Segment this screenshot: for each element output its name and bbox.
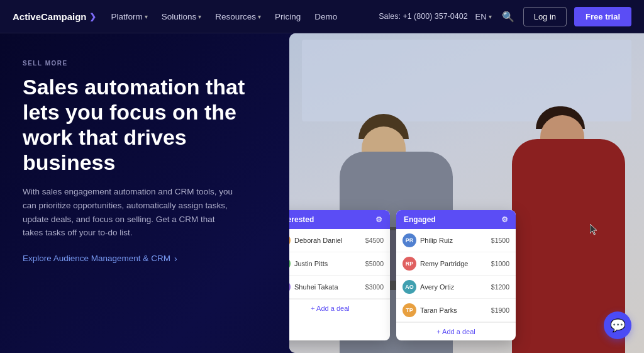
nav-resources-label: Resources [215,12,256,21]
crm-header-interested: Interested ⚙ [289,210,390,229]
nav-pricing[interactable]: Pricing [270,12,306,21]
chevron-down-icon: ▾ [489,13,492,20]
crm-amount: $5000 [365,260,384,267]
avatar: JP [289,257,291,271]
crm-row: ST Shuhei Takata $3000 [289,276,390,299]
crm-amount: $4500 [365,237,384,244]
crm-contact-name: Shuhei Takata [294,283,338,291]
crm-card-interested: Interested ⚙ DD Deborah Daniel $4500 JP [289,210,390,340]
logo-text: ActiveCampaign [13,11,87,22]
logo[interactable]: ActiveCampaign ❯ [13,11,96,22]
crm-contact-name: Philip Ruiz [420,237,453,244]
avatar: TP [402,303,416,317]
crm-amount: $1000 [491,260,509,267]
crm-amount: $1900 [491,306,509,314]
search-button[interactable]: 🔍 [499,8,517,25]
crm-row-left: RP Remy Partridge [402,257,468,271]
avatar: PR [402,233,416,247]
crm-row-left: TP Taran Parks [402,303,457,317]
add-deal-button-2[interactable]: + Add a deal [396,322,516,340]
crm-row: DD Deborah Daniel $4500 [289,229,390,252]
crm-card-engaged: Engaged ⚙ PR Philip Ruiz $1500 RP Rem [396,210,516,340]
chevron-right-icon: › [174,254,177,264]
nav-pricing-label: Pricing [275,12,301,21]
gear-icon[interactable]: ⚙ [501,215,508,224]
navigation: ActiveCampaign ❯ Platform ▾ Solutions ▾ … [0,0,644,33]
sales-phone: Sales: +1 (800) 357-0402 [379,12,467,21]
crm-overlay: Interested ⚙ DD Deborah Daniel $4500 JP [289,210,516,340]
add-deal-button-1[interactable]: + Add a deal [289,299,390,317]
crm-contact-name: Deborah Daniel [294,237,342,244]
avatar: ST [289,280,291,294]
avatar: AO [402,280,416,294]
gear-icon[interactable]: ⚙ [375,215,382,224]
nav-solutions[interactable]: Solutions ▾ [157,12,207,21]
crm-row-left: ST Shuhei Takata [289,280,338,294]
crm-contact-name: Taran Parks [420,306,457,314]
nav-platform[interactable]: Platform ▾ [106,12,153,21]
crm-row: JP Justin Pitts $5000 [289,252,390,276]
explore-link[interactable]: Explore Audience Management & CRM › [23,254,267,264]
crm-contact-name: Justin Pitts [294,260,328,267]
nav-demo[interactable]: Demo [309,12,342,21]
hero-description: With sales engagement automation and CRM… [23,185,236,239]
crm-row-left: JP Justin Pitts [289,257,328,271]
chat-button[interactable]: 💬 [604,311,631,339]
sell-more-label: SELL MORE [23,60,267,67]
crm-contact-name: Remy Partridge [420,260,468,267]
chevron-down-icon: ▾ [145,13,148,20]
chevron-down-icon: ▾ [198,13,201,20]
nav-platform-label: Platform [111,12,143,21]
crm-col2-header: Engaged [404,215,436,224]
crm-row-left: DD Deborah Daniel [289,233,342,247]
hero-section: SELL MORE Sales automation that lets you… [0,33,644,353]
nav-resources[interactable]: Resources ▾ [210,12,266,21]
crm-row: PR Philip Ruiz $1500 [396,229,516,252]
mouse-cursor-icon [590,224,599,237]
crm-row-left: AO Avery Ortiz [402,280,454,294]
avatar: RP [402,257,416,271]
login-button[interactable]: Log in [523,7,567,26]
chevron-down-icon: ▾ [258,13,261,20]
hero-title: Sales automation that lets you focus on … [23,74,267,175]
free-trial-button[interactable]: Free trial [574,7,631,26]
hero-left: SELL MORE Sales automation that lets you… [0,33,289,353]
crm-header-engaged: Engaged ⚙ [396,210,516,229]
crm-amount: $1500 [491,237,509,244]
crm-row: RP Remy Partridge $1000 [396,252,516,276]
logo-arrow: ❯ [89,12,96,21]
explore-link-text: Explore Audience Management & CRM [23,254,170,263]
nav-demo-label: Demo [314,12,337,21]
hero-right: Interested ⚙ DD Deborah Daniel $4500 JP [289,33,644,353]
crm-contact-name: Avery Ortiz [420,283,454,291]
nav-solutions-label: Solutions [162,12,197,21]
crm-row-left: PR Philip Ruiz [402,233,453,247]
crm-row: TP Taran Parks $1900 [396,299,516,322]
avatar: DD [289,233,291,247]
crm-amount: $1200 [491,283,509,291]
lang-label: EN [475,12,487,21]
chat-icon: 💬 [610,318,626,333]
crm-amount: $3000 [365,283,384,291]
crm-col1-header: Interested [289,215,314,224]
crm-row: AO Avery Ortiz $1200 [396,276,516,299]
hero-image: Interested ⚙ DD Deborah Daniel $4500 JP [289,33,644,353]
language-selector[interactable]: EN ▾ [475,12,492,21]
